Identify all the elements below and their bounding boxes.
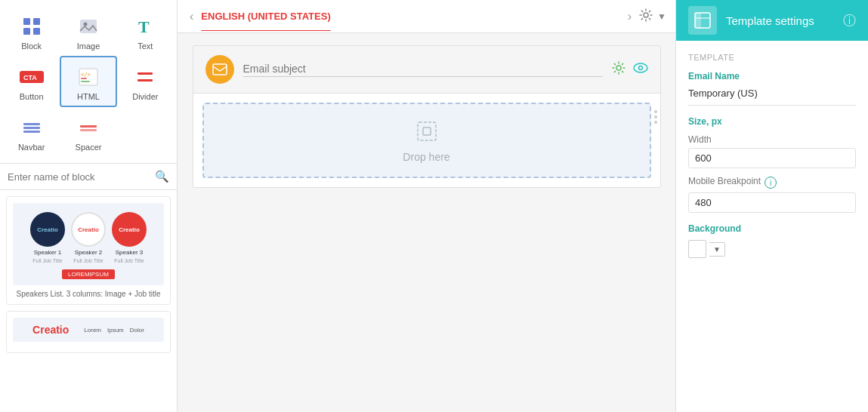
language-label: ENGLISH (UNITED STATES) [201, 11, 619, 22]
svg-point-23 [634, 63, 647, 72]
lang-prev-button[interactable]: ‹ [187, 10, 196, 23]
tool-image-label: Image [77, 42, 100, 51]
svg-rect-0 [23, 18, 30, 25]
svg-text:CTA: CTA [23, 74, 37, 81]
svg-rect-14 [137, 79, 153, 81]
search-icon: 🔍 [155, 170, 169, 183]
tool-block-label: Block [21, 42, 42, 51]
lang-next-button[interactable]: › [625, 10, 635, 23]
svg-rect-16 [23, 127, 40, 129]
speaker-2-circle: Creatio [71, 212, 106, 247]
navbar-icon [20, 115, 44, 140]
mobile-breakpoint-input[interactable] [688, 192, 856, 213]
speaker-2-name: Speaker 2 [75, 249, 102, 256]
speaker-3-name: Speaker 3 [116, 249, 143, 256]
email-subject-input[interactable] [243, 63, 603, 77]
email-header [193, 46, 660, 94]
width-field: Width [688, 134, 856, 168]
tool-button[interactable]: CTA Button [3, 56, 60, 107]
svg-rect-3 [33, 28, 40, 35]
color-swatch[interactable] [688, 240, 706, 258]
panel-icon-box [688, 6, 717, 35]
right-panel-header: Template settings ⓘ [676, 0, 868, 41]
tool-block[interactable]: Block [3, 6, 60, 56]
tool-spacer-label: Spacer [76, 143, 102, 152]
svg-rect-25 [418, 122, 436, 140]
tool-text[interactable]: T Text [117, 6, 174, 56]
button-icon: CTA [20, 65, 44, 89]
email-name-label: Email Name [688, 71, 856, 81]
panel-title: Template settings [726, 14, 834, 27]
nav-link-2: Ipsum [107, 327, 124, 334]
color-picker-row: ▼ [688, 240, 856, 258]
svg-rect-1 [33, 18, 40, 25]
tool-html[interactable]: </> HTML [60, 56, 116, 107]
dropdown-button[interactable]: ▼ [657, 11, 666, 22]
nav-links: Lorem Ipsum Dolor [84, 327, 144, 334]
background-section: Background ▼ [688, 223, 856, 258]
speaker-2: Creatio Speaker 2 Full Job Title [71, 212, 106, 263]
html-icon: </> [76, 65, 100, 89]
svg-rect-21 [213, 64, 227, 75]
tool-button-label: Button [20, 92, 44, 101]
speaker-1-sub: Full Job Title [32, 258, 62, 263]
email-icon [205, 55, 234, 84]
svg-rect-28 [695, 13, 701, 28]
right-panel-body: Template Email Name Temporary (US) Size,… [676, 41, 868, 412]
tool-spacer[interactable]: Spacer [60, 107, 116, 157]
tool-divider-label: Divider [132, 92, 158, 101]
settings-icon-button[interactable] [612, 61, 626, 78]
mobile-breakpoint-label: Mobile Breakpoint [688, 176, 761, 186]
tool-navbar[interactable]: Navbar [3, 107, 60, 157]
email-name-value: Temporary (US) [688, 88, 856, 106]
svg-rect-15 [23, 123, 40, 125]
preview-icon-button[interactable] [633, 62, 648, 77]
tool-image[interactable]: Image [60, 6, 116, 56]
canvas-area: Drop here [178, 33, 675, 412]
preview-navbar-image: Creatio Lorem Ipsum Dolor [13, 318, 164, 342]
panel-info-button[interactable]: ⓘ [843, 12, 856, 29]
mobile-breakpoint-info-icon[interactable]: i [765, 177, 777, 189]
svg-point-24 [638, 66, 642, 70]
left-sidebar: Block Image T Text [0, 0, 178, 412]
preview-speakers-image: Creatio Speaker 1 Full Job Title Creatio… [13, 203, 164, 285]
svg-text:</>: </> [81, 72, 91, 78]
panel-template-icon [694, 12, 711, 29]
settings-gear-button[interactable] [639, 8, 653, 25]
email-frame: Drop here [193, 45, 661, 188]
speaker-1-circle: Creatio [30, 212, 65, 247]
block-preview-navbar[interactable]: Creatio Lorem Ipsum Dolor [6, 311, 171, 353]
divider-icon [133, 65, 157, 89]
drop-icon [413, 118, 440, 145]
speaker-2-sub: Full Job Title [73, 258, 103, 263]
svg-text:T: T [138, 17, 150, 36]
svg-rect-4 [80, 20, 97, 33]
speaker-1-name: Speaker 1 [34, 249, 61, 256]
svg-rect-11 [81, 78, 87, 79]
color-dropdown-button[interactable]: ▼ [709, 242, 725, 257]
center-area: ‹ ENGLISH (UNITED STATES) › ▼ [178, 0, 675, 412]
tool-html-label: HTML [77, 92, 100, 101]
tool-divider[interactable]: Divider [117, 56, 174, 107]
block-speakers-label: Speakers List. 3 columns: Image + Job ti… [13, 290, 164, 298]
svg-rect-19 [80, 129, 97, 131]
search-area: 🔍 [0, 164, 177, 190]
drop-zone[interactable]: Drop here [202, 103, 651, 178]
nav-link-1: Lorem [84, 327, 101, 334]
width-input[interactable] [688, 148, 856, 168]
block-preview-speakers[interactable]: Creatio Speaker 1 Full Job Title Creatio… [6, 196, 171, 305]
email-header-actions [612, 61, 648, 78]
svg-rect-17 [23, 131, 40, 133]
svg-point-22 [616, 66, 621, 70]
lorem-button[interactable]: LOREMIPSUM [62, 269, 115, 279]
size-label: Size, px [688, 116, 856, 127]
tool-navbar-label: Navbar [18, 143, 45, 152]
search-input[interactable] [8, 171, 155, 183]
svg-rect-13 [137, 72, 153, 75]
right-panel: Template settings ⓘ Template Email Name … [675, 0, 868, 412]
svg-rect-2 [23, 28, 30, 35]
block-preview-area: Creatio Speaker 1 Full Job Title Creatio… [0, 190, 177, 412]
block-icon [20, 14, 44, 38]
speaker-circles: Creatio Speaker 1 Full Job Title Creatio… [30, 212, 147, 263]
svg-rect-18 [80, 125, 97, 128]
